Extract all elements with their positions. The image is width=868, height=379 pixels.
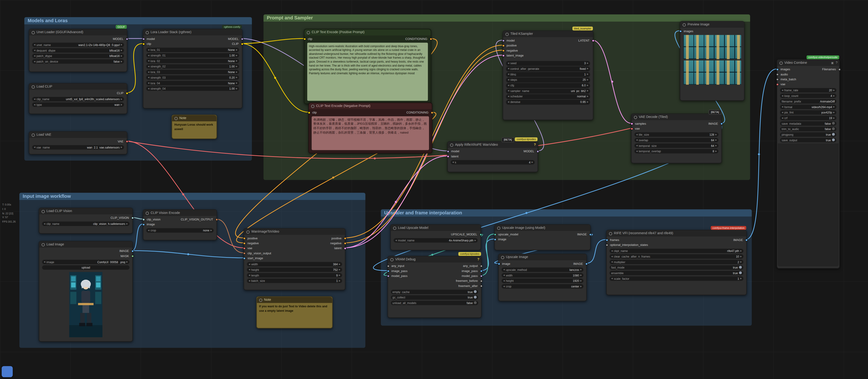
collapse-icon[interactable] xyxy=(174,117,178,120)
widget-ensemble[interactable]: ensembletrue xyxy=(610,271,743,275)
widget-fast-mode[interactable]: fast_modetrue xyxy=(610,265,743,270)
help-icon[interactable]: ? xyxy=(477,256,479,262)
mask-output-port[interactable] xyxy=(131,255,134,258)
widget-filename-prefix[interactable]: filename_prefixAnimateDiff xyxy=(780,99,836,104)
widget-vae-name[interactable]: vae_namewan_2.1_vae.safetensors xyxy=(32,145,124,149)
collapse-icon[interactable] xyxy=(609,232,612,235)
widget-strength-01[interactable]: strength_011.00 xyxy=(146,53,239,58)
widget-crop[interactable]: cropnone xyxy=(146,228,214,233)
widget-loop-count[interactable]: loop_count4 xyxy=(780,93,836,98)
node-graph-canvas[interactable]: Models and Loras Prompt and Sampler Inpu… xyxy=(0,0,868,379)
widget-tiling[interactable]: tiling1 xyxy=(506,72,590,77)
collapse-icon[interactable] xyxy=(41,210,45,213)
help-icon[interactable]: ? xyxy=(836,60,838,66)
widget-multiplier[interactable]: multiplier2 xyxy=(610,259,743,264)
model-output-port[interactable] xyxy=(241,37,243,40)
group-title-bar[interactable]: Models and Loras xyxy=(24,17,252,25)
node-title-bar[interactable]: Note xyxy=(172,115,217,121)
widget-lora-01[interactable]: lora_01None xyxy=(146,48,239,52)
clip-output-port[interactable] xyxy=(125,92,128,95)
widget-scheduler[interactable]: schedulernormal xyxy=(506,94,590,99)
comfy-menu-button[interactable] xyxy=(2,366,12,377)
image-pass-output-port[interactable] xyxy=(479,270,483,272)
widget-overlap[interactable]: overlap64 xyxy=(634,138,719,142)
collapse-icon[interactable] xyxy=(259,299,262,302)
node-title-bar[interactable]: Load CLIP Vision xyxy=(39,208,132,214)
widget-cfg[interactable]: cfg6.0 xyxy=(506,83,590,88)
widget-seed[interactable]: seed3 xyxy=(506,61,590,66)
widget-denoise[interactable]: denoise0.95 xyxy=(506,100,590,105)
any-output-port[interactable] xyxy=(479,265,483,268)
widget-lora-03[interactable]: lora_03None xyxy=(146,69,239,74)
collapse-icon[interactable] xyxy=(779,62,782,65)
collapse-icon[interactable] xyxy=(307,31,310,34)
node-title-bar[interactable]: Upscale Image xyxy=(499,254,586,260)
collapse-icon[interactable] xyxy=(146,31,149,34)
widget-width[interactable]: width1080 xyxy=(502,273,584,278)
widget-width[interactable]: width384 xyxy=(247,262,342,266)
widget-k[interactable]: k4 xyxy=(451,160,535,165)
widget-save-metadata[interactable]: save_metadatafalse xyxy=(780,121,836,126)
widget-clear-cache-after-n-frames[interactable]: clear_cache_after_n_frames10 xyxy=(610,254,743,259)
widget-crf[interactable]: crf19 xyxy=(780,116,836,120)
widget-control-after-generate[interactable]: control_after_generatefixed xyxy=(506,66,590,71)
node-title-bar[interactable]: CLIP Text Encode (Negative Prompt) xyxy=(309,103,432,109)
widget-trim-to-audio[interactable]: trim_to_audiofalse xyxy=(780,126,836,131)
widget-unload-all-models[interactable]: unload_all_modelsfalse xyxy=(391,300,478,305)
widget-lora-04[interactable]: lora_04None xyxy=(146,81,239,85)
widget-clip-vision-name[interactable]: clip_nameclip_vision_h.safetensors xyxy=(42,222,129,226)
node-title-bar[interactable]: VAE Decode (Tiled) xyxy=(631,114,721,120)
meta-batch-input-port[interactable] xyxy=(776,78,779,81)
image-output-port[interactable] xyxy=(131,250,134,253)
node-title-bar[interactable]: Load Upscale Model xyxy=(391,225,480,231)
collapse-icon[interactable] xyxy=(682,23,686,27)
node-title-bar[interactable]: Lora Loader Stack (rgthree) xyxy=(143,29,242,35)
collapse-icon[interactable] xyxy=(146,211,149,215)
node-title-bar[interactable]: Apply RifleXRoPE WanVideo? xyxy=(448,142,537,148)
widget-clip-type[interactable]: typewan xyxy=(32,102,124,107)
widget-pix-fmt[interactable]: pix_fmtyuv420p xyxy=(780,110,836,115)
node-title-bar[interactable]: Load VAE xyxy=(29,132,127,138)
widget-unet-name[interactable]: unet_namewan2.1-i2v-14b-480p-Q8_0.gguf xyxy=(32,42,124,47)
collapse-icon[interactable] xyxy=(246,231,249,234)
model-pass-output-port[interactable] xyxy=(479,274,483,278)
clip-output-port[interactable] xyxy=(241,43,243,46)
node-title-bar[interactable]: WanImageToVideo xyxy=(244,229,345,235)
node-title-bar[interactable]: Upscale Image (using Model) xyxy=(495,225,590,231)
image-output-port[interactable] xyxy=(720,122,723,125)
freemem-before-output-port[interactable] xyxy=(479,280,483,283)
widget-length[interactable]: length9 xyxy=(247,273,342,278)
image-output-port[interactable] xyxy=(589,233,591,236)
widget-sampler-name[interactable]: sampler_nameuni_pc_bh2 xyxy=(506,88,590,93)
widget-tile-size[interactable]: tile_size128 xyxy=(634,132,719,137)
widget-scale-factor[interactable]: scale_factor1 xyxy=(610,276,743,281)
freemem-after-output-port[interactable] xyxy=(479,285,483,288)
collapse-icon[interactable] xyxy=(41,243,45,246)
prompt-textarea[interactable]: 色调艳丽，过曝，静态，细节模糊不清，字幕，风格，作品，画作，画面，静止，整体发灰… xyxy=(312,116,429,150)
vae-input-port[interactable] xyxy=(776,83,779,86)
widget-format[interactable]: formatvideo/h264-mp4 xyxy=(780,105,836,109)
widget-clip-name[interactable]: clip_nameumt5_xxl_fp8_e4m3fn_scaled.safe… xyxy=(32,97,124,101)
model-output-port[interactable] xyxy=(536,150,539,153)
widget-patch-dtype[interactable]: patch_dtypebfloat16 xyxy=(32,54,124,58)
node-title-bar[interactable]: CLIP Vision Encode xyxy=(143,210,216,216)
widget-image-name[interactable]: imageComfyUI_00058_.png xyxy=(42,259,129,264)
widget-strength-04[interactable]: strength_041.00 xyxy=(146,86,239,91)
group-title-bar[interactable]: Upscaler and frame interpolaration xyxy=(381,209,752,217)
help-icon[interactable]: ? xyxy=(534,142,536,148)
note-text[interactable]: If you want to do just Text to Video del… xyxy=(257,303,332,315)
widget-temporal-size[interactable]: temporal_size64 xyxy=(634,143,719,148)
widget-upscale-method[interactable]: upscale_methodlanczos xyxy=(502,267,584,272)
widget-empty-cache[interactable]: empty_cachetrue xyxy=(391,289,478,294)
node-title-bar[interactable]: RIFE VFI (recommend rife47 and rife49) xyxy=(607,231,746,237)
collapse-icon[interactable] xyxy=(450,144,453,147)
node-title-bar[interactable]: Preview Image xyxy=(680,22,744,28)
node-title-bar[interactable]: Tiled KSampler xyxy=(503,31,593,37)
widget-pingpong[interactable]: pingpongtrue xyxy=(780,132,836,137)
collapse-icon[interactable] xyxy=(634,116,637,119)
widget-gc-collect[interactable]: gc_collecttrue xyxy=(391,295,478,300)
collapse-icon[interactable] xyxy=(32,134,35,137)
conditioning-output-port[interactable] xyxy=(430,111,433,114)
gallery-icon[interactable]: ▣ xyxy=(831,60,834,66)
negative-output-port[interactable] xyxy=(344,242,346,245)
